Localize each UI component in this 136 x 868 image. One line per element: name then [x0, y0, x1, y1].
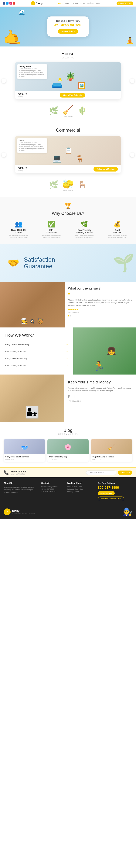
why-eco-num: Eco-Friendly — [72, 229, 97, 231]
blog-heading: Blog — [4, 428, 132, 433]
satisfaction-icon: 🤝 — [7, 257, 19, 269]
why-item-cost: 💰 Cost Effective Lorem ipsum dolor sit a… — [105, 220, 130, 238]
house-card-room-desc: Lorem ipsum dolor sit amet, consectetur … — [19, 68, 45, 78]
why-item-eco: 🌿 Eco-Friendly Cleaning Products Lorem i… — [72, 220, 97, 238]
house-estimate-button[interactable]: View a Free Estimate — [60, 93, 85, 97]
blog-card-2-date: Oct 10, 2022 — [49, 459, 87, 460]
why-clients-label: Clients — [6, 231, 31, 234]
commercial-cleaner-figure: 🧽 Office Cleaner — [62, 178, 74, 191]
why-grid: 👥 Over 100,000+ Clients Lorem ipsum dolo… — [4, 220, 132, 238]
blog-card-2-image: 🌸 — [47, 439, 89, 455]
kitchen-scene: 🧑‍🍳 🍳 🥘 — [0, 282, 64, 328]
why-section: 🏆 Why Choose Us? 👥 Over 100,000+ Clients… — [0, 197, 136, 244]
cta-bar-input[interactable] — [86, 470, 116, 475]
commercial-carousel-next[interactable]: › — [130, 153, 134, 157]
footer-schedule-button[interactable]: Schedule Now — [98, 491, 115, 495]
commercial-plant-left: 🌿 — [49, 180, 58, 189]
commercial-section: Commercial ‹ 💻 📋 🪑 Desk Lorem ipsum dolo… — [0, 123, 136, 197]
testimonial-dot-2[interactable] — [70, 315, 71, 316]
nav-service[interactable]: Service — [65, 2, 71, 4]
cta-bar-send-button[interactable]: Send Now — [118, 470, 132, 475]
blog-card-3-info: Carpet cleaning to remove Oct 10, 2022 — [91, 455, 132, 462]
navigation: f t ig g ✦ Clony Home Service Offers Pri… — [0, 0, 136, 7]
why-cost-num: Cost — [105, 229, 130, 231]
why-cost-label: Effective — [105, 231, 130, 234]
footer-about-text: Lorem ipsum dolor sit amet, consectetur … — [4, 486, 38, 494]
blog-card-3-image: 🧹 — [91, 439, 132, 455]
footer-bottom: ✦ Clony © 2022 Clony. All Rights Reserve… — [4, 505, 132, 516]
why-title: Why Choose Us? — [4, 211, 132, 216]
footer-contact-1: info@cleaningco.com — [41, 486, 64, 488]
blog-card-1-date: Oct 10, 2022 — [5, 459, 44, 460]
footer-contacts-title: Contacts — [41, 482, 64, 484]
hero-section: 🤙 🧘 🌊 Get Out & Have Fun. We Clean for Y… — [0, 7, 136, 46]
hero-subtitle: Get Out & Have Fun. — [51, 20, 85, 22]
why-satisfaction-desc: Lorem ipsum dolor sit amet, consectetur … — [39, 234, 64, 238]
why-heading: Why Choose Us? — [4, 211, 132, 216]
nav-cta-button[interactable]: Request a Service — [117, 2, 133, 5]
house-carousel-prev[interactable]: ‹ — [1, 79, 6, 83]
satisfaction-plant-right: 🌱 — [113, 244, 134, 282]
blog-card-2-info: The Science of Spring Oct 10, 2022 — [47, 455, 89, 462]
keep-section: 👨‍👧 Keep Your Time & Money "I hate wasti… — [0, 374, 136, 422]
cta-bar-sub: Leave Us Your Info — [11, 473, 27, 475]
commercial-card-room-name: Desk — [19, 139, 45, 142]
nav-logo[interactable]: ✦ Clony — [31, 1, 43, 5]
how-item-2: Eco-Friendly Products + — [5, 348, 68, 355]
commercial-carousel-prev[interactable]: ‹ — [1, 153, 6, 157]
commercial-schedule-button[interactable]: Schedule a Meeting — [93, 167, 118, 172]
logo-text: Clony — [36, 2, 43, 5]
hero-cta-button[interactable]: See Our Offers — [58, 29, 78, 34]
footer-hour-3: Sunday: Closed — [67, 491, 95, 493]
footer-estimate-col: Get Free Estimate 800-567-8990 Schedule … — [98, 482, 132, 501]
satisfaction-section: 🤝 Satisfaction Guarantee 🌱 — [0, 244, 136, 282]
google-icon[interactable]: g — [13, 2, 15, 5]
blog-card-2[interactable]: 🌸 The Science of Spring Oct 10, 2022 — [47, 439, 89, 462]
how-photo-scene: 🏃 👧 — [73, 328, 136, 374]
plant-left: 🌿 — [49, 106, 58, 115]
how-item-3-arrow[interactable]: + — [66, 357, 68, 360]
testimonial-dot-1[interactable] — [68, 315, 69, 316]
footer-contacts-col: Contacts info@cleaningco.com +1 234 567 … — [41, 482, 64, 501]
how-section: How We Work? Easy Online Scheduling + Ec… — [0, 328, 136, 374]
why-item-clients: 👥 Over 100,000+ Clients Lorem ipsum dolo… — [6, 220, 31, 238]
commercial-office-chair: 🪑 — [78, 180, 87, 189]
keep-signature: Phil — [68, 394, 132, 399]
nav-pricing[interactable]: Pricing — [80, 2, 85, 4]
how-item-1-arrow[interactable]: + — [66, 343, 68, 346]
nav-reviews[interactable]: Reviews — [87, 2, 94, 4]
commercial-price-label: Starting — [18, 170, 27, 172]
footer-contact-3: 123 Main Street, NY — [41, 491, 64, 493]
instagram-icon[interactable]: ig — [9, 2, 12, 5]
commercial-heading: Commercial — [0, 127, 136, 133]
hero-person-decoration: 🧘 — [126, 37, 134, 44]
satisfaction-title: Satisfaction Guarantee — [24, 256, 77, 270]
house-card-info: $33m2 Starting View a Free Estimate — [15, 91, 121, 99]
cta-bar-right: Send Now — [86, 470, 132, 475]
testimonial-kitchen-image: 🧑‍🍳 🍳 🥘 — [0, 282, 64, 328]
commercial-card-room-desc: Lorem ipsum dolor sit amet, consectetur … — [19, 142, 45, 152]
how-item-4-label: Eco-Friendly Products — [5, 365, 26, 367]
nav-offers[interactable]: Offers — [73, 2, 78, 4]
nav-home[interactable]: Home — [58, 2, 63, 4]
twitter-icon[interactable]: t — [6, 2, 8, 5]
facebook-icon[interactable]: f — [3, 2, 5, 5]
house-carousel-next[interactable]: › — [130, 79, 134, 83]
keep-quote-text: "I hate wasting time or money and that h… — [68, 387, 132, 392]
footer-copyright: © 2022 Clony. All Rights Reserved. — [12, 513, 36, 514]
why-clients-desc: Lorem ipsum dolor sit amet, consectetur … — [6, 234, 31, 238]
how-item-4-arrow[interactable]: + — [66, 364, 68, 367]
keep-photo-scene: 👨‍👧 — [0, 374, 64, 422]
testimonial-quote-text: "Dealing with Indyanet on a day to day b… — [68, 299, 133, 307]
how-item-2-arrow[interactable]: + — [66, 350, 68, 353]
hero-bubble: Get Out & Have Fun. We Clean for You! Se… — [47, 17, 89, 37]
blog-card-1[interactable]: 🥣 Clony Super Bowl Party Prep Oct 10, 20… — [4, 439, 45, 462]
house-heading: House — [0, 51, 136, 56]
footer-free-button[interactable]: Schedule and Save Event — [98, 497, 124, 501]
hero-hand-decoration: 🤙 — [1, 27, 23, 46]
keep-heading: Keep Your Time & Money — [68, 380, 132, 384]
footer-phone-number[interactable]: 800-567-8990 — [98, 486, 132, 490]
blog-card-3[interactable]: 🧹 Carpet cleaning to remove Oct 10, 2022 — [91, 439, 132, 462]
nav-pages[interactable]: Pages — [96, 2, 101, 4]
footer-hour-2: Saturday: 9am - 5pm — [67, 488, 95, 490]
